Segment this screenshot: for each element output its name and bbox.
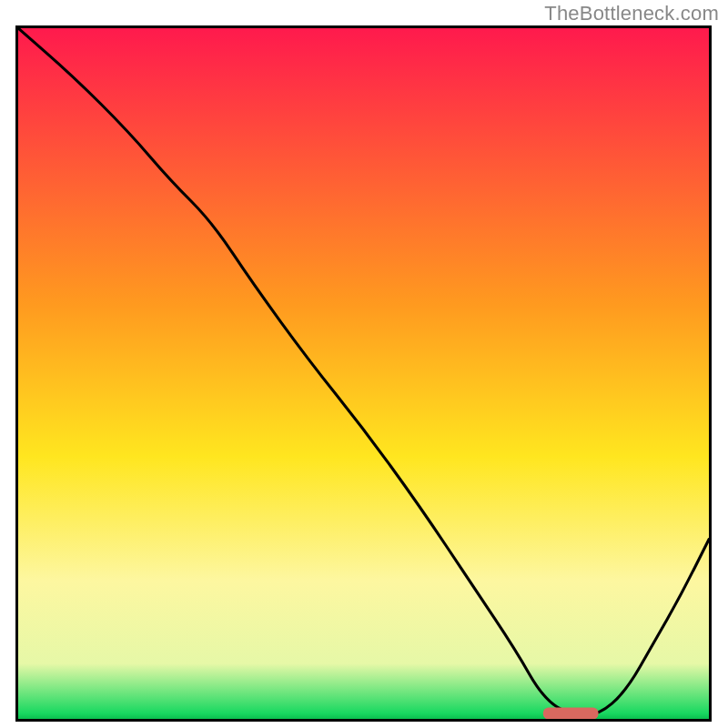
gradient-background xyxy=(18,28,709,719)
watermark-text: TheBottleneck.com xyxy=(544,2,719,25)
chart-svg xyxy=(18,28,709,719)
chart-plot-area xyxy=(18,28,709,719)
optimal-marker xyxy=(543,707,599,719)
chart-frame xyxy=(15,25,712,722)
